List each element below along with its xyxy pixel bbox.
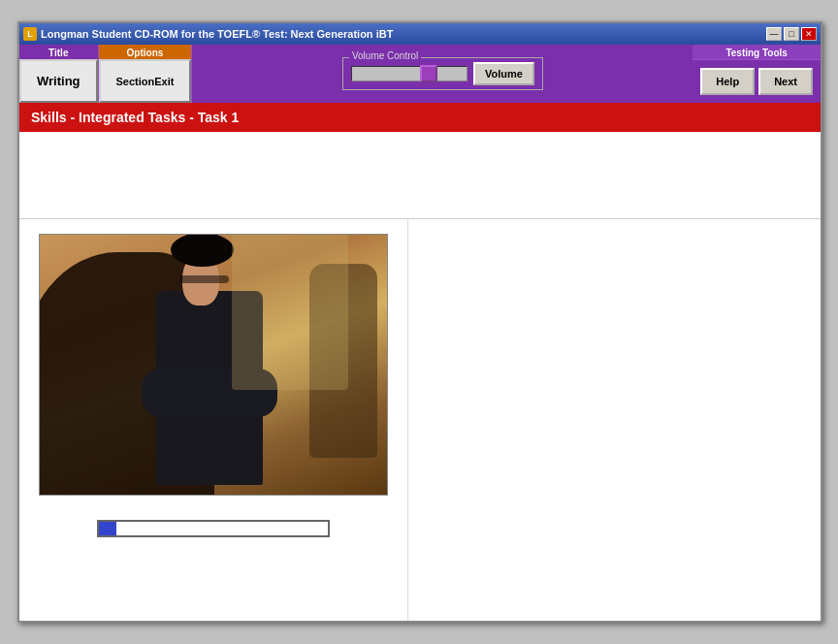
next-button[interactable]: Next bbox=[758, 68, 813, 95]
top-area bbox=[19, 132, 821, 219]
right-panel bbox=[407, 219, 821, 621]
status-text: Skills - Integrated Tasks - Task 1 bbox=[31, 110, 239, 125]
application-window: L Longman Student CD-ROM for the TOEFL® … bbox=[17, 21, 822, 623]
progress-bar-container bbox=[97, 520, 330, 537]
title-bar-text: L Longman Student CD-ROM for the TOEFL® … bbox=[23, 27, 393, 41]
title-bar: L Longman Student CD-ROM for the TOEFL® … bbox=[19, 23, 821, 45]
title-label: Title bbox=[19, 45, 98, 59]
close-button[interactable]: ✕ bbox=[801, 27, 817, 41]
testing-tools-buttons: Help Next bbox=[693, 60, 821, 103]
volume-legend: Volume Control bbox=[349, 50, 421, 61]
maximize-button[interactable]: □ bbox=[784, 27, 799, 41]
testing-tools-section: Testing Tools Help Next bbox=[693, 45, 821, 103]
writing-button[interactable]: Writing bbox=[19, 59, 98, 103]
main-content bbox=[19, 132, 821, 621]
figure-glasses bbox=[180, 275, 229, 283]
volume-button[interactable]: Volume bbox=[473, 62, 534, 85]
image-panel bbox=[19, 219, 407, 621]
window-controls: — □ ✕ bbox=[766, 27, 817, 41]
figure-hair bbox=[171, 234, 234, 267]
volume-control-group: Volume Control Volume bbox=[342, 57, 543, 90]
section-exit-button[interactable]: Section Exit bbox=[99, 59, 192, 103]
help-button[interactable]: Help bbox=[700, 68, 755, 95]
progress-bar-fill bbox=[99, 522, 116, 535]
volume-slider[interactable] bbox=[351, 66, 467, 81]
options-section: Options Section Exit bbox=[99, 45, 193, 103]
volume-area: Volume Control Volume bbox=[192, 45, 693, 103]
testing-tools-label: Testing Tools bbox=[693, 45, 821, 60]
app-icon: L bbox=[23, 27, 37, 41]
minimize-button[interactable]: — bbox=[766, 27, 782, 41]
title-section: Title Writing bbox=[19, 45, 99, 103]
bg-screen bbox=[232, 235, 348, 390]
header-nav: Title Writing Options Section Exit Volum… bbox=[19, 45, 821, 103]
presenter-image bbox=[39, 234, 388, 496]
status-bar: Skills - Integrated Tasks - Task 1 bbox=[19, 103, 821, 132]
bottom-area bbox=[19, 219, 821, 621]
options-label: Options bbox=[99, 45, 192, 59]
